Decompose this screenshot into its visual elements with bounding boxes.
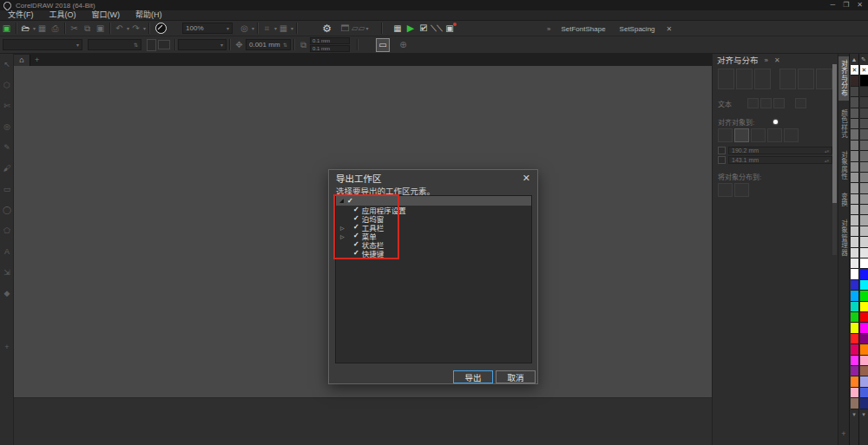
color-swatch[interactable] (860, 87, 868, 97)
text-tool-icon[interactable]: A (0, 241, 14, 262)
color-swatch[interactable] (851, 248, 858, 258)
color-swatch[interactable] (851, 87, 858, 97)
color-swatch[interactable] (860, 312, 868, 323)
menu-item-3[interactable]: 帮助(H) (128, 10, 170, 20)
color-swatch[interactable] (860, 344, 868, 355)
ellipse-tool-icon[interactable]: ◯ (0, 200, 14, 220)
color-swatch[interactable] (851, 356, 858, 366)
color-swatch[interactable] (860, 280, 868, 291)
workspace-element-tree[interactable]: ✓ ✓应用程序设置✓泊坞窗▷✓工具栏▷✓菜单✓状态栏✓快捷键 (335, 195, 532, 363)
color-swatch[interactable] (860, 334, 868, 344)
pick-tool-icon[interactable]: ↖ (0, 54, 14, 75)
checkmark-icon[interactable]: ✓ (353, 241, 359, 248)
docker-tab-3[interactable]: 变换 (838, 189, 849, 211)
run-macro-icon[interactable]: ▶ (404, 22, 418, 35)
checkmark-icon[interactable]: ✓ (353, 206, 359, 213)
rectangle-tool-icon[interactable]: ▭ (0, 179, 14, 200)
crop-tool-icon[interactable]: ✄ (0, 95, 14, 116)
macro-manager-icon[interactable]: ▦ (391, 22, 404, 35)
new-tab-button[interactable]: + (30, 56, 43, 64)
no-color-swatch[interactable]: ✕ (851, 65, 858, 75)
color-swatch[interactable] (851, 97, 858, 108)
palette-scroll-up-icon[interactable]: ▲ (850, 54, 858, 65)
color-swatch[interactable] (851, 141, 858, 151)
expander-icon[interactable]: ▷ (340, 233, 345, 239)
color-swatch[interactable] (851, 194, 858, 205)
color-swatch[interactable] (860, 162, 868, 173)
color-swatch[interactable] (851, 388, 858, 398)
color-swatch[interactable] (860, 151, 868, 161)
toolbar-close-icon[interactable]: ✕ (662, 25, 677, 33)
color-swatch[interactable] (851, 226, 858, 237)
color-swatch[interactable] (860, 141, 868, 151)
palette-scroll-down-icon[interactable]: ▾ (850, 409, 858, 420)
menu-item-0[interactable]: 文件(F) (0, 10, 42, 20)
docker-close-icon[interactable]: ✕ (774, 56, 780, 64)
color-swatch[interactable] (851, 119, 858, 129)
color-swatch[interactable] (860, 258, 868, 269)
no-color-swatch[interactable]: ✕ (860, 65, 868, 75)
palette-eyedropper-icon[interactable]: ✎ (859, 54, 868, 65)
overflow-icon[interactable]: » (543, 25, 554, 33)
color-swatch[interactable] (851, 280, 858, 291)
docker-tab-4[interactable]: 对象管理器 (838, 216, 849, 260)
color-swatch[interactable] (860, 291, 868, 301)
edit-macro-icon[interactable]: 🗹 (418, 22, 431, 35)
macro-button-setfontshape[interactable]: SetFontShape (554, 23, 612, 36)
menu-item-1[interactable]: 工具(O) (42, 10, 84, 20)
color-swatch[interactable] (851, 129, 858, 140)
zoom-level-combo[interactable]: 100%▾ (182, 23, 233, 34)
color-swatch[interactable] (860, 108, 868, 119)
align-to-page-edge-button[interactable] (734, 128, 749, 142)
stop-record-icon[interactable]: ▣ (444, 22, 457, 35)
zoom-tool-icon[interactable]: ◎ (0, 116, 14, 137)
color-swatch[interactable] (851, 302, 858, 312)
record-script-icon[interactable]: ⟍⟍ (431, 22, 444, 35)
color-swatch[interactable] (851, 108, 858, 119)
color-swatch[interactable] (860, 97, 868, 108)
tree-item-5[interactable]: ✓快捷键 (336, 249, 531, 258)
color-swatch[interactable] (860, 194, 868, 205)
color-swatch[interactable] (860, 237, 868, 247)
color-swatch[interactable] (851, 75, 858, 86)
checkmark-icon[interactable]: ✓ (353, 224, 359, 231)
color-swatch[interactable] (860, 388, 868, 398)
dimension-tool-icon[interactable]: ⇲ (0, 262, 14, 283)
freehand-tool-icon[interactable]: ✎ (0, 137, 14, 158)
close-icon[interactable]: ✕ (857, 2, 863, 9)
new-document-icon[interactable]: ▣ (0, 22, 13, 35)
color-swatch[interactable] (860, 215, 868, 226)
color-swatch[interactable] (851, 205, 858, 215)
color-swatch[interactable] (860, 119, 868, 129)
color-swatch[interactable] (860, 323, 868, 333)
docker-scrollbar[interactable] (832, 64, 837, 255)
macro-button-setspacing[interactable]: SetSpacing (613, 23, 662, 36)
color-swatch[interactable] (851, 162, 858, 173)
polygon-tool-icon[interactable]: ⬠ (0, 220, 14, 241)
minimize-icon[interactable]: ─ (830, 2, 835, 9)
color-swatch[interactable] (851, 215, 858, 226)
color-swatch[interactable] (860, 205, 868, 215)
cancel-button[interactable]: 取消 (496, 370, 536, 383)
document-tab-home[interactable]: ⌂ (14, 55, 30, 66)
color-swatch[interactable] (860, 376, 868, 387)
maximize-icon[interactable]: ❐ (843, 2, 849, 9)
docker-tab-2[interactable]: 对象属性 (838, 147, 849, 184)
checkmark-icon[interactable]: ✓ (347, 198, 353, 205)
color-swatch[interactable] (851, 269, 858, 279)
open-folder-icon[interactable]: 🗁 (19, 22, 32, 35)
scrollbar-thumb[interactable] (832, 64, 837, 203)
color-swatch[interactable] (851, 334, 858, 344)
color-swatch[interactable] (851, 312, 858, 323)
expander-icon[interactable]: ▷ (340, 225, 345, 231)
checkmark-icon[interactable]: ✓ (353, 232, 359, 239)
color-swatch[interactable] (860, 248, 868, 258)
color-swatch[interactable] (851, 291, 858, 301)
export-button[interactable]: 导出 (453, 370, 493, 383)
color-swatch[interactable] (851, 151, 858, 161)
menu-item-2[interactable]: 窗口(W) (84, 10, 128, 20)
docker-tab-1[interactable]: 颜色样式 (838, 106, 849, 142)
color-swatch[interactable] (860, 183, 868, 193)
docker-tab-0[interactable]: 对齐与分布 (838, 56, 849, 101)
color-swatch[interactable] (851, 344, 858, 355)
